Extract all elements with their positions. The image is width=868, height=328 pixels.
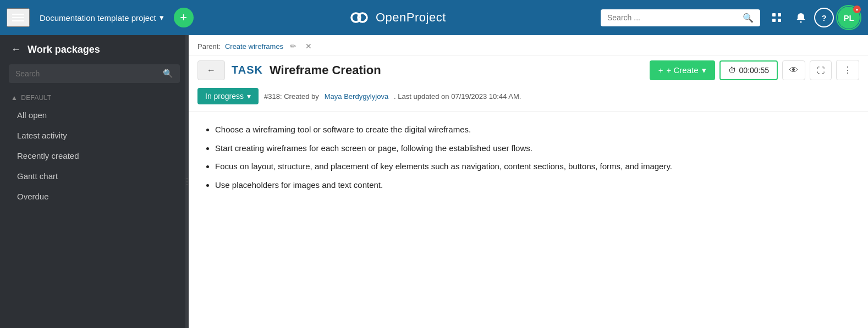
avatar-initials: PL	[843, 13, 854, 23]
create-label: + Create	[667, 65, 699, 75]
sidebar-search-icon: 🔍	[163, 69, 173, 79]
project-dropdown-arrow: ▾	[160, 13, 164, 23]
top-navigation: Documentation template project ▾ + OpenP…	[0, 0, 868, 35]
expand-icon: ⛶	[817, 66, 825, 75]
sidebar-item-latest-activity[interactable]: Latest activity	[0, 125, 189, 146]
svg-rect-4	[772, 19, 776, 22]
grid-icon	[771, 12, 782, 23]
svg-rect-3	[778, 13, 781, 16]
eye-icon: 👁	[789, 65, 798, 75]
status-badge-button[interactable]: In progress ▾	[197, 88, 259, 104]
openproject-logo-icon	[348, 7, 370, 29]
sidebar-search-input[interactable]	[15, 69, 158, 78]
work-package-header: ← TASK Wireframe Creation + + Create ▾ ⏱…	[189, 55, 868, 85]
help-button[interactable]: ?	[814, 8, 834, 27]
work-package-back-button[interactable]: ←	[197, 60, 225, 80]
create-button[interactable]: + + Create ▾	[650, 60, 715, 80]
grid-icon-button[interactable]	[766, 7, 788, 29]
project-name-label: Documentation template project	[40, 13, 156, 23]
create-plus-icon: +	[658, 65, 663, 75]
global-search-box: 🔍	[601, 9, 760, 26]
user-avatar-wrapper: PL ●	[836, 5, 861, 30]
sidebar-resize-handle[interactable]	[185, 35, 189, 328]
svg-rect-5	[778, 19, 781, 22]
sidebar-header: ← Work packages	[0, 35, 189, 64]
sidebar: ← Work packages 🔍 ▲ DEFAULT All open Lat…	[0, 35, 189, 328]
list-item: Focus on layout, structure, and placemen…	[215, 159, 855, 174]
main-content: Parent: Create wireframes ✏ ✕ ← TASK Wir…	[189, 35, 868, 328]
search-icon: 🔍	[743, 13, 754, 23]
parent-link[interactable]: Create wireframes	[225, 42, 283, 51]
sidebar-item-overdue[interactable]: Overdue	[0, 186, 189, 207]
main-layout: ← Work packages 🔍 ▲ DEFAULT All open Lat…	[0, 35, 868, 328]
parent-breadcrumb-bar: Parent: Create wireframes ✏ ✕	[189, 35, 868, 55]
watch-button[interactable]: 👁	[782, 60, 805, 80]
work-package-type-label: TASK	[232, 64, 263, 76]
sidebar-item-all-open[interactable]: All open	[0, 105, 189, 125]
timer-button[interactable]: ⏱ 00:00:55	[719, 60, 778, 80]
status-label: In progress	[205, 92, 244, 101]
bell-icon	[795, 12, 806, 23]
list-item: Start creating wireframes for each scree…	[215, 141, 855, 155]
meta-author-link[interactable]: Maya Berdygylyjova	[325, 92, 388, 101]
more-dots-icon: ⋮	[843, 65, 852, 75]
sidebar-search-box: 🔍	[9, 64, 180, 83]
timer-icon: ⏱	[728, 66, 736, 75]
nav-icon-group: ? PL ●	[766, 5, 861, 30]
sidebar-title: Work packages	[28, 44, 100, 55]
global-search-input[interactable]	[607, 13, 738, 22]
logo-area: OpenProject	[199, 7, 595, 29]
list-item: Choose a wireframing tool or software to…	[215, 123, 855, 137]
avatar-notification-badge: ●	[853, 5, 861, 13]
status-caret-icon: ▾	[247, 92, 251, 101]
sidebar-item-recently-created[interactable]: Recently created	[0, 146, 189, 166]
timer-display: 00:00:55	[739, 66, 770, 75]
meta-date-text: . Last updated on 07/19/2023 10:44 AM.	[394, 92, 521, 101]
sidebar-back-button[interactable]: ←	[11, 44, 21, 55]
project-selector[interactable]: Documentation template project ▾	[35, 9, 168, 26]
meta-text: #318: Created by	[264, 92, 319, 101]
parent-label: Parent:	[197, 42, 221, 51]
user-avatar-button[interactable]: PL ●	[838, 7, 860, 29]
global-add-button[interactable]: +	[174, 8, 194, 27]
create-caret-icon: ▾	[702, 65, 706, 75]
section-default-label: DEFAULT	[21, 94, 51, 102]
fullscreen-button[interactable]: ⛶	[810, 60, 832, 80]
description-list: Choose a wireframing tool or software to…	[202, 123, 855, 192]
svg-point-6	[800, 21, 802, 23]
sidebar-item-gantt-chart[interactable]: Gantt chart	[0, 166, 189, 186]
work-package-actions: + + Create ▾ ⏱ 00:00:55 👁 ⛶ ⋮	[650, 60, 859, 80]
parent-close-icon[interactable]: ✕	[303, 41, 314, 52]
work-package-meta: In progress ▾ #318: Created by Maya Berd…	[189, 85, 868, 112]
svg-rect-2	[772, 13, 776, 16]
work-package-title: Wireframe Creation	[270, 63, 381, 77]
hamburger-menu-button[interactable]	[7, 8, 30, 27]
section-caret-icon: ▲	[11, 94, 18, 102]
work-package-description: Choose a wireframing tool or software to…	[189, 112, 868, 207]
more-options-button[interactable]: ⋮	[836, 60, 859, 80]
logo-text: OpenProject	[376, 10, 446, 25]
notifications-bell-button[interactable]	[790, 7, 812, 29]
sidebar-section-default: ▲ DEFAULT	[0, 90, 189, 105]
parent-edit-icon[interactable]: ✏	[288, 41, 299, 52]
list-item: Use placeholders for images and text con…	[215, 178, 855, 192]
